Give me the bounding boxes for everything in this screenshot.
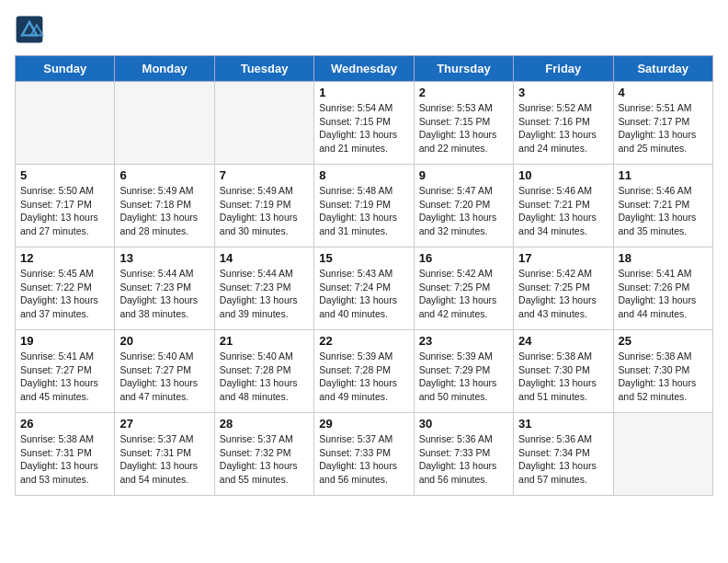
day-number: 2 <box>419 86 508 99</box>
calendar-cell: 18Sunrise: 5:41 AM Sunset: 7:26 PM Dayli… <box>613 247 712 330</box>
calendar-cell: 17Sunrise: 5:42 AM Sunset: 7:25 PM Dayli… <box>514 247 613 330</box>
page-header <box>15 15 713 44</box>
day-info: Sunrise: 5:46 AM Sunset: 7:21 PM Dayligh… <box>518 184 608 238</box>
calendar-cell: 4Sunrise: 5:51 AM Sunset: 7:17 PM Daylig… <box>613 82 712 165</box>
day-info: Sunrise: 5:49 AM Sunset: 7:18 PM Dayligh… <box>119 184 209 238</box>
day-number: 5 <box>20 168 109 182</box>
calendar-cell: 3Sunrise: 5:52 AM Sunset: 7:16 PM Daylig… <box>514 82 613 165</box>
calendar-cell: 13Sunrise: 5:44 AM Sunset: 7:23 PM Dayli… <box>115 247 214 330</box>
day-number: 9 <box>419 168 508 182</box>
calendar-cell: 25Sunrise: 5:38 AM Sunset: 7:30 PM Dayli… <box>613 330 712 413</box>
day-number: 4 <box>619 86 708 99</box>
day-number: 1 <box>319 86 408 99</box>
day-info: Sunrise: 5:49 AM Sunset: 7:19 PM Dayligh… <box>220 184 309 238</box>
day-number: 24 <box>518 334 608 348</box>
day-number: 25 <box>619 334 708 348</box>
day-number: 27 <box>119 417 209 431</box>
day-number: 26 <box>20 417 109 431</box>
calendar-cell: 6Sunrise: 5:49 AM Sunset: 7:18 PM Daylig… <box>115 165 214 247</box>
calendar-cell: 28Sunrise: 5:37 AM Sunset: 7:32 PM Dayli… <box>214 413 313 496</box>
day-info: Sunrise: 5:42 AM Sunset: 7:25 PM Dayligh… <box>419 267 508 321</box>
day-number: 8 <box>319 168 408 182</box>
calendar-cell: 8Sunrise: 5:48 AM Sunset: 7:19 PM Daylig… <box>314 165 414 247</box>
calendar-cell <box>16 82 115 165</box>
day-info: Sunrise: 5:38 AM Sunset: 7:30 PM Dayligh… <box>619 350 708 404</box>
calendar-cell: 12Sunrise: 5:45 AM Sunset: 7:22 PM Dayli… <box>16 247 115 330</box>
day-number: 16 <box>419 251 508 265</box>
calendar-cell: 1Sunrise: 5:54 AM Sunset: 7:15 PM Daylig… <box>314 82 414 165</box>
day-info: Sunrise: 5:39 AM Sunset: 7:28 PM Dayligh… <box>319 350 408 404</box>
day-number: 6 <box>119 168 209 182</box>
calendar-cell: 24Sunrise: 5:38 AM Sunset: 7:30 PM Dayli… <box>514 330 613 413</box>
day-info: Sunrise: 5:40 AM Sunset: 7:27 PM Dayligh… <box>119 350 209 404</box>
day-number: 18 <box>619 251 708 265</box>
calendar-cell: 5Sunrise: 5:50 AM Sunset: 7:17 PM Daylig… <box>16 165 115 247</box>
day-info: Sunrise: 5:39 AM Sunset: 7:29 PM Dayligh… <box>419 350 508 404</box>
day-info: Sunrise: 5:41 AM Sunset: 7:26 PM Dayligh… <box>619 267 708 321</box>
day-info: Sunrise: 5:44 AM Sunset: 7:23 PM Dayligh… <box>119 267 209 321</box>
day-number: 22 <box>319 334 408 348</box>
day-info: Sunrise: 5:36 AM Sunset: 7:33 PM Dayligh… <box>419 432 508 487</box>
calendar-cell: 26Sunrise: 5:38 AM Sunset: 7:31 PM Dayli… <box>16 413 115 496</box>
calendar-cell: 27Sunrise: 5:37 AM Sunset: 7:31 PM Dayli… <box>115 413 214 496</box>
calendar-cell: 29Sunrise: 5:37 AM Sunset: 7:33 PM Dayli… <box>314 413 414 496</box>
calendar-cell: 11Sunrise: 5:46 AM Sunset: 7:21 PM Dayli… <box>613 165 712 247</box>
day-info: Sunrise: 5:48 AM Sunset: 7:19 PM Dayligh… <box>319 184 408 238</box>
col-header-thursday: Thursday <box>414 56 513 82</box>
calendar-cell: 20Sunrise: 5:40 AM Sunset: 7:27 PM Dayli… <box>115 330 214 413</box>
calendar-cell: 30Sunrise: 5:36 AM Sunset: 7:33 PM Dayli… <box>414 413 513 496</box>
day-number: 12 <box>20 251 109 265</box>
day-number: 30 <box>419 417 508 431</box>
calendar-cell: 23Sunrise: 5:39 AM Sunset: 7:29 PM Dayli… <box>414 330 513 413</box>
day-info: Sunrise: 5:47 AM Sunset: 7:20 PM Dayligh… <box>419 184 508 238</box>
calendar-cell: 16Sunrise: 5:42 AM Sunset: 7:25 PM Dayli… <box>414 247 513 330</box>
calendar-cell <box>115 82 214 165</box>
day-info: Sunrise: 5:41 AM Sunset: 7:27 PM Dayligh… <box>20 350 109 404</box>
col-header-wednesday: Wednesday <box>314 56 414 82</box>
day-info: Sunrise: 5:36 AM Sunset: 7:34 PM Dayligh… <box>518 432 608 487</box>
day-info: Sunrise: 5:37 AM Sunset: 7:31 PM Dayligh… <box>119 432 209 487</box>
day-number: 15 <box>319 251 408 265</box>
calendar-cell: 7Sunrise: 5:49 AM Sunset: 7:19 PM Daylig… <box>214 165 313 247</box>
col-header-saturday: Saturday <box>613 56 712 82</box>
day-info: Sunrise: 5:51 AM Sunset: 7:17 PM Dayligh… <box>619 101 708 155</box>
calendar-cell <box>613 413 712 496</box>
day-number: 10 <box>518 168 608 182</box>
day-info: Sunrise: 5:46 AM Sunset: 7:21 PM Dayligh… <box>619 184 708 238</box>
day-info: Sunrise: 5:42 AM Sunset: 7:25 PM Dayligh… <box>518 267 608 321</box>
day-number: 20 <box>119 334 209 348</box>
day-info: Sunrise: 5:52 AM Sunset: 7:16 PM Dayligh… <box>518 101 608 155</box>
calendar-cell: 19Sunrise: 5:41 AM Sunset: 7:27 PM Dayli… <box>16 330 115 413</box>
day-number: 13 <box>119 251 209 265</box>
day-number: 14 <box>220 251 309 265</box>
day-number: 7 <box>220 168 309 182</box>
day-number: 11 <box>619 168 708 182</box>
day-number: 31 <box>518 417 608 431</box>
day-number: 29 <box>319 417 408 431</box>
calendar-cell: 31Sunrise: 5:36 AM Sunset: 7:34 PM Dayli… <box>514 413 613 496</box>
day-info: Sunrise: 5:38 AM Sunset: 7:30 PM Dayligh… <box>518 350 608 404</box>
day-info: Sunrise: 5:44 AM Sunset: 7:23 PM Dayligh… <box>220 267 309 321</box>
logo-icon <box>15 15 44 44</box>
day-number: 3 <box>518 86 608 99</box>
calendar-cell <box>214 82 313 165</box>
day-info: Sunrise: 5:45 AM Sunset: 7:22 PM Dayligh… <box>20 267 109 321</box>
calendar-cell: 14Sunrise: 5:44 AM Sunset: 7:23 PM Dayli… <box>214 247 313 330</box>
day-info: Sunrise: 5:37 AM Sunset: 7:32 PM Dayligh… <box>220 432 309 487</box>
calendar-cell: 15Sunrise: 5:43 AM Sunset: 7:24 PM Dayli… <box>314 247 414 330</box>
calendar-cell: 21Sunrise: 5:40 AM Sunset: 7:28 PM Dayli… <box>214 330 313 413</box>
day-number: 28 <box>220 417 309 431</box>
day-number: 21 <box>220 334 309 348</box>
calendar-cell: 22Sunrise: 5:39 AM Sunset: 7:28 PM Dayli… <box>314 330 414 413</box>
calendar-cell: 2Sunrise: 5:53 AM Sunset: 7:15 PM Daylig… <box>414 82 513 165</box>
col-header-monday: Monday <box>115 56 214 82</box>
col-header-sunday: Sunday <box>16 56 115 82</box>
day-number: 19 <box>20 334 109 348</box>
day-number: 23 <box>419 334 508 348</box>
calendar-table: SundayMondayTuesdayWednesdayThursdayFrid… <box>15 55 713 496</box>
calendar-cell: 10Sunrise: 5:46 AM Sunset: 7:21 PM Dayli… <box>514 165 613 247</box>
day-info: Sunrise: 5:43 AM Sunset: 7:24 PM Dayligh… <box>319 267 408 321</box>
logo <box>15 15 48 44</box>
day-info: Sunrise: 5:54 AM Sunset: 7:15 PM Dayligh… <box>319 101 408 155</box>
day-info: Sunrise: 5:37 AM Sunset: 7:33 PM Dayligh… <box>319 432 408 487</box>
